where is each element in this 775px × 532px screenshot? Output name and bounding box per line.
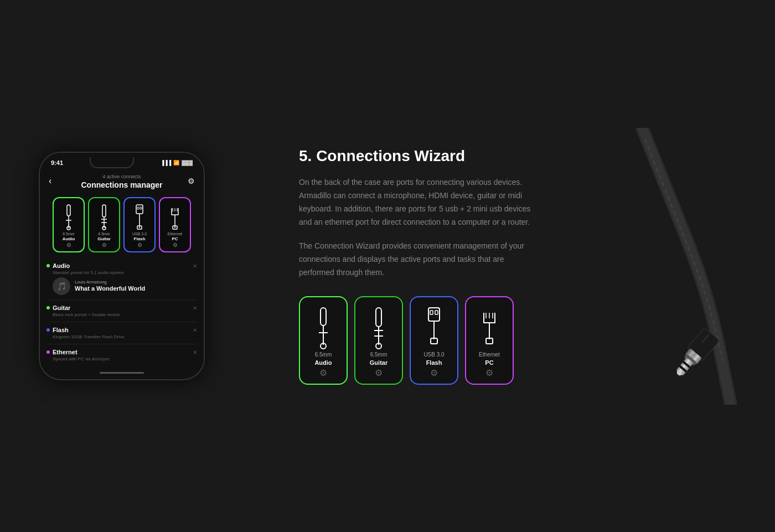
svg-rect-4 [102,205,106,217]
flash-card-label: USB 3.0Flash [132,231,147,242]
big-flash-gear-icon[interactable]: ⚙ [430,368,438,378]
card-ethernet[interactable]: EthernetPC ⚙ [159,197,191,252]
status-icons: ▐▐▐ 📶 ▓▓▓ [161,160,193,166]
audio-icon-area [61,203,76,231]
big-ethernet-icon-area [477,305,502,352]
big-audio-gear-icon[interactable]: ⚙ [319,368,327,378]
flash-gear-icon[interactable]: ⚙ [137,242,142,248]
track-name: What a Wonderful World [75,285,145,292]
guitar-status-dot [46,306,50,309]
big-card-ethernet[interactable]: EthernetPC ⚙ [465,296,514,385]
screen-header: ‹ 4 active connects Connections manager … [40,168,204,194]
content-section: 5. Connections Wizard On the back of the… [277,136,531,396]
paragraph-2: The Connection Wizard provides convenien… [299,240,531,279]
ethernet-card-label: EthernetPC [168,231,182,242]
guitar-cable-icon [96,204,112,230]
big-card-guitar[interactable]: 6.5mmGuitar ⚙ [354,296,403,385]
svg-rect-30 [435,311,438,314]
ethernet-label: Ethernet [53,349,78,355]
flash-cable-icon [132,204,147,230]
home-indicator [100,372,144,374]
svg-rect-29 [430,311,433,314]
svg-rect-19 [321,308,326,326]
guitar-icon-area [96,203,112,231]
settings-button[interactable]: ⚙ [188,177,195,185]
phone-home-bar [40,368,204,379]
audio-item-name: Audio [46,262,70,269]
audio-card-label: 6.5mmAudio [63,231,75,242]
card-audio[interactable]: 6.5mmAudio ⚙ [53,197,85,252]
card-guitar[interactable]: 6.5mmGuitar ⚙ [88,197,120,252]
phone-mockup: 9:41 ▐▐▐ 📶 ▓▓▓ ‹ 4 active connects Conne… [33,152,210,380]
audio-close-button[interactable]: ✕ [193,263,197,269]
audio-cable-icon [61,204,76,230]
big-flash-cable-icon [422,306,446,350]
flash-item-header: Flash ✕ [46,327,197,333]
big-ethernet-cable-icon [477,306,502,350]
list-item-guitar: Guitar ✕ Blues rock preset + Double reve… [46,300,197,322]
big-guitar-cable-icon [366,306,391,350]
big-flash-icon-area [422,305,446,352]
big-guitar-label: 6.5mmGuitar [370,351,388,367]
guitar-label: Guitar [53,304,70,311]
big-audio-label: 6.5mmAudio [314,351,332,367]
list-item-flash: Flash ✕ Kingston 32GB Traveller Flash Dr… [46,322,197,344]
card-flash[interactable]: USB 3.0Flash ⚙ [123,197,156,252]
album-art: 🎵 [53,277,70,295]
phone-time: 9:41 [51,159,63,166]
ethernet-gear-icon[interactable]: ⚙ [173,242,178,248]
big-guitar-gear-icon[interactable]: ⚙ [375,368,383,378]
big-flash-label: USB 3.0Flash [423,351,444,367]
section-title-text: Connections Wizard [316,147,465,164]
ethernet-close-button[interactable]: ✕ [193,349,197,355]
ethernet-icon-area [167,203,183,231]
paragraph-1: On the back of the case are ports for co… [299,176,531,229]
flash-close-button[interactable]: ✕ [193,327,197,333]
phone-screen: ‹ 4 active connects Connections manager … [40,168,204,368]
svg-rect-23 [376,308,381,327]
connections-list: Audio ✕ Standart preset for 5.1 audio sy… [40,256,204,368]
guitar-gear-icon[interactable]: ⚙ [102,242,107,248]
big-audio-icon-area [311,305,335,352]
cable-photo-section [598,128,742,405]
signal-icon: ▐▐▐ [161,160,171,166]
ethernet-item-name: Ethernet [46,349,78,355]
list-item-audio: Audio ✕ Standart preset for 5.1 audio sy… [46,258,197,300]
active-connects-label: 4 active connects [49,174,195,179]
flash-label: Flash [53,327,69,333]
ethernet-item-header: Ethernet ✕ [46,349,197,355]
guitar-item-name: Guitar [46,304,70,311]
phone-frame: 9:41 ▐▐▐ 📶 ▓▓▓ ‹ 4 active connects Conne… [39,152,205,380]
big-card-audio[interactable]: 6.5mmAudio ⚙ [299,296,348,385]
svg-rect-0 [67,205,70,216]
section-title: 5. Connections Wizard [299,147,531,165]
bottom-connection-cards: 6.5mmAudio ⚙ 6.5mmGuitar ⚙ [299,296,531,385]
big-ethernet-label: EthernetPC [479,351,500,367]
audio-label: Audio [53,262,70,269]
guitar-cable-svg [620,128,742,405]
big-guitar-icon-area [366,305,391,352]
artist-name: Louis Armstrong [75,280,145,285]
screen-title: Connections manager [49,180,195,189]
guitar-card-label: 6.5mmGuitar [97,231,111,242]
phone-notch [90,157,134,168]
list-item-ethernet: Ethernet ✕ Synced with PC via ArmSync [46,344,197,366]
ethernet-status-dot [46,350,50,354]
audio-item-header: Audio ✕ [46,262,197,269]
guitar-close-button[interactable]: ✕ [193,305,197,311]
track-info: Louis Armstrong What a Wonderful World [75,280,145,292]
battery-icon: ▓▓▓ [182,160,193,166]
big-audio-cable-icon [311,306,335,350]
svg-rect-11 [140,207,142,209]
audio-gear-icon[interactable]: ⚙ [66,242,71,248]
audio-status-dot [46,264,50,267]
audio-subtitle: Standart preset for 5.1 audio system [53,270,197,275]
flash-subtitle: Kingston 32GB Traveller Flash Drive [53,334,197,339]
status-bar: 9:41 ▐▐▐ 📶 ▓▓▓ [40,153,204,168]
big-card-flash[interactable]: USB 3.0Flash ⚙ [410,296,458,385]
guitar-item-header: Guitar ✕ [46,304,197,311]
big-ethernet-gear-icon[interactable]: ⚙ [485,368,493,378]
back-button[interactable]: ‹ [49,176,51,186]
guitar-subtitle: Blues rock preset + Double reverb [53,312,197,317]
flash-icon-area [132,203,147,231]
